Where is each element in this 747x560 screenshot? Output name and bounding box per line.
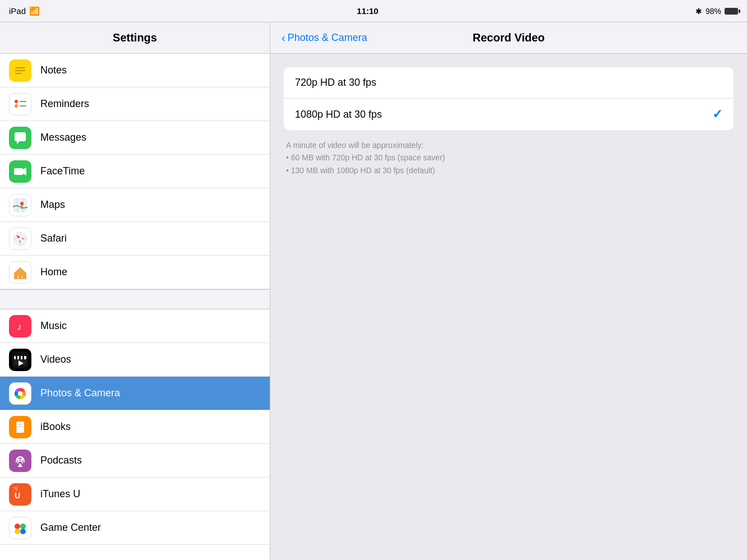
podcasts-label: Podcasts: [40, 455, 82, 466]
option-1080p[interactable]: 1080p HD at 30 fps ✓: [284, 99, 734, 130]
option-1080p-label: 1080p HD at 30 fps: [295, 109, 382, 121]
sidebar-list: Notes Reminders: [0, 54, 270, 560]
videos-icon: [9, 349, 31, 371]
podcasts-icon: [9, 450, 31, 472]
notes-icon: [9, 59, 31, 82]
svg-point-50: [20, 524, 26, 529]
messages-label: Messages: [40, 132, 86, 144]
svg-point-6: [15, 104, 18, 108]
svg-rect-41: [18, 426, 22, 427]
itunesu-icon: U: [9, 483, 31, 506]
back-label[interactable]: Photos & Camera: [288, 32, 367, 44]
checkmark-icon: ✓: [712, 107, 722, 122]
back-button[interactable]: ‹ Photos & Camera: [282, 31, 367, 44]
sidebar-item-gamecenter[interactable]: Game Center: [0, 511, 270, 545]
sidebar-item-podcasts[interactable]: Podcasts: [0, 444, 270, 478]
music-label: Music: [40, 320, 67, 332]
bluetooth-icon: ✱: [695, 7, 702, 16]
device-label: iPad: [9, 6, 26, 16]
sidebar-item-ibooks[interactable]: iBooks: [0, 410, 270, 444]
sidebar-item-notes[interactable]: Notes: [0, 54, 270, 87]
sidebar-item-photos[interactable]: Photos & Camera: [0, 377, 270, 410]
svg-rect-48: [12, 520, 29, 536]
gamecenter-label: Game Center: [40, 522, 101, 534]
svg-rect-15: [13, 198, 27, 212]
home-label: Home: [40, 266, 67, 278]
home-icon: [9, 261, 31, 284]
music-icon: ♪: [9, 315, 31, 337]
panel-header: ‹ Photos & Camera Record Video: [270, 22, 747, 54]
svg-rect-38: [16, 422, 24, 433]
svg-point-49: [15, 524, 20, 529]
sidebar-item-home[interactable]: Home: [0, 256, 270, 289]
sidebar-group-divider: [0, 289, 270, 309]
svg-rect-12: [14, 168, 23, 175]
svg-point-52: [20, 529, 26, 534]
wifi-icon: 📶: [29, 6, 40, 16]
sidebar-item-reminders[interactable]: Reminders: [0, 87, 270, 121]
svg-rect-8: [20, 101, 26, 102]
status-left: iPad 📶: [9, 6, 40, 16]
svg-rect-33: [22, 356, 24, 359]
svg-point-5: [15, 100, 18, 103]
sidebar-title: Settings: [113, 31, 157, 44]
reminders-label: Reminders: [40, 98, 89, 110]
sidebar-item-itunesu[interactable]: U iTunes U: [0, 478, 270, 511]
svg-rect-39: [16, 422, 17, 433]
svg-point-51: [15, 529, 20, 534]
notes-label: Notes: [40, 64, 67, 76]
battery-percent: 98%: [706, 7, 721, 16]
svg-rect-4: [12, 96, 29, 113]
ibooks-label: iBooks: [40, 421, 71, 433]
sidebar-header: Settings: [0, 22, 270, 54]
svg-rect-3: [15, 73, 22, 74]
messages-icon: [9, 127, 31, 149]
gamecenter-icon: [9, 517, 31, 539]
svg-rect-2: [15, 70, 25, 71]
svg-rect-45: [18, 466, 22, 467]
options-list: 720p HD at 30 fps 1080p HD at 30 fps ✓: [284, 67, 734, 130]
panel-content: 720p HD at 30 fps 1080p HD at 30 fps ✓ A…: [270, 54, 747, 190]
sidebar-item-facetime[interactable]: FaceTime: [0, 155, 270, 188]
sidebar-item-maps[interactable]: Maps: [0, 188, 270, 222]
maps-icon: [9, 194, 31, 216]
facetime-label: FaceTime: [40, 165, 85, 177]
svg-text:U: U: [15, 491, 20, 500]
svg-point-36: [18, 391, 22, 396]
sidebar-item-safari[interactable]: Safari: [0, 222, 270, 256]
videos-label: Videos: [40, 354, 71, 365]
sidebar-item-messages[interactable]: Messages: [0, 121, 270, 155]
hint-text: A minute of video will be approximately:…: [284, 139, 734, 177]
svg-rect-1: [15, 67, 25, 68]
option-720p-label: 720p HD at 30 fps: [295, 77, 376, 89]
status-time: 11:10: [357, 6, 378, 16]
svg-rect-40: [18, 424, 22, 425]
back-chevron-icon: ‹: [282, 31, 285, 44]
photos-icon: [9, 382, 31, 405]
main-layout: Settings Notes: [0, 22, 747, 560]
ibooks-icon: [9, 416, 31, 438]
sidebar-item-music[interactable]: ♪ Music: [0, 309, 270, 343]
svg-rect-32: [19, 356, 21, 359]
option-720p[interactable]: 720p HD at 30 fps: [284, 67, 734, 99]
status-right: ✱ 98%: [695, 7, 738, 16]
safari-label: Safari: [40, 233, 67, 244]
sidebar: Settings Notes: [0, 22, 270, 560]
maps-label: Maps: [40, 199, 65, 211]
itunesu-label: iTunes U: [40, 488, 80, 500]
safari-icon: [9, 228, 31, 250]
photos-label: Photos & Camera: [40, 387, 120, 399]
svg-rect-9: [20, 105, 26, 107]
svg-text:♪: ♪: [17, 321, 22, 332]
reminders-icon: [9, 93, 31, 115]
facetime-icon: [9, 160, 31, 183]
svg-rect-25: [19, 275, 22, 279]
svg-rect-31: [16, 356, 17, 359]
status-bar: iPad 📶 11:10 ✱ 98%: [0, 0, 747, 22]
battery-icon: [725, 8, 738, 15]
panel-title: Record Video: [473, 31, 545, 44]
sidebar-item-videos[interactable]: Videos: [0, 343, 270, 377]
right-panel: ‹ Photos & Camera Record Video 720p HD a…: [270, 22, 747, 560]
